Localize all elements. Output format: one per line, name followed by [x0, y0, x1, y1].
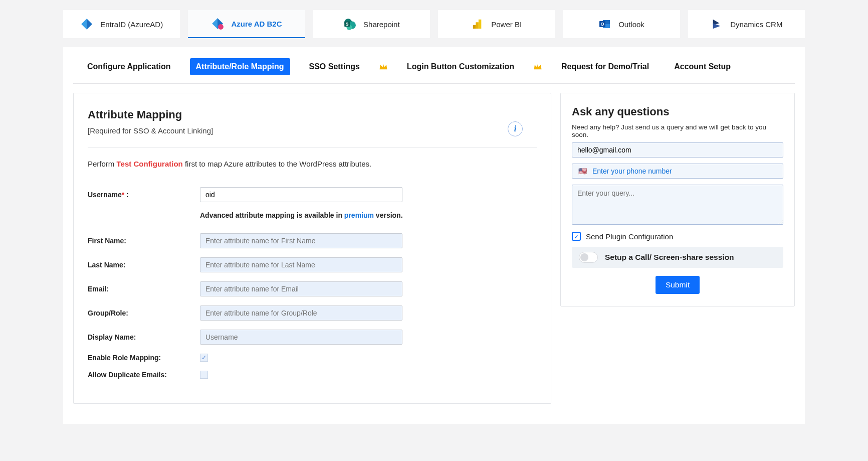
- label-lastname: Last Name:: [88, 261, 200, 269]
- nav-mapping[interactable]: Attribute/Role Mapping: [190, 58, 290, 75]
- send-config-checkbox[interactable]: ✓: [572, 232, 581, 241]
- svg-rect-10: [479, 20, 482, 29]
- firstname-input: [200, 233, 402, 248]
- call-toggle-label: Setup a Call/ Screen-share session: [605, 253, 734, 262]
- test-configuration-link[interactable]: Test Configuration: [117, 160, 183, 168]
- svg-point-4: [219, 24, 224, 30]
- svg-marker-1: [87, 19, 92, 30]
- premium-link[interactable]: premium: [344, 211, 374, 219]
- azure-b2c-icon: [211, 17, 224, 30]
- tab-label: Dynamics CRM: [730, 20, 782, 29]
- nav-login-button[interactable]: Login Button Customization: [401, 58, 520, 75]
- nav-sso[interactable]: SSO Settings: [303, 58, 366, 75]
- email-input: [200, 281, 402, 296]
- questions-title: Ask any questions: [572, 105, 783, 118]
- displayname-input: [200, 330, 402, 345]
- grouprole-input: [200, 305, 402, 321]
- label-username: Username* :: [88, 191, 200, 199]
- svg-rect-12: [473, 25, 476, 29]
- username-input[interactable]: [200, 187, 402, 202]
- tab-label: Sharepoint: [363, 20, 400, 29]
- label-allow-dup: Allow Duplicate Emails:: [88, 371, 200, 379]
- crown-icon: [379, 63, 388, 71]
- svg-marker-18: [713, 23, 721, 29]
- flag-icon[interactable]: 🇺🇸: [572, 167, 592, 175]
- premium-note: Advanced attribute mapping is available …: [200, 211, 537, 219]
- lastname-input: [200, 257, 402, 272]
- sub-nav: Configure Application Attribute/Role Map…: [73, 47, 795, 84]
- query-textarea[interactable]: [572, 185, 783, 225]
- intro-text: Perform Test Configuration first to map …: [88, 160, 537, 168]
- main-panel: Configure Application Attribute/Role Map…: [63, 47, 805, 424]
- questions-subtitle: Need any help? Just send us a query and …: [572, 123, 783, 138]
- section-title: Attribute Mapping: [88, 108, 537, 121]
- svg-text:S: S: [346, 22, 349, 27]
- svg-marker-19: [379, 64, 387, 70]
- phone-placeholder: Enter your phone number: [592, 167, 783, 175]
- label-email: Email:: [88, 285, 200, 293]
- label-displayname: Display Name:: [88, 333, 200, 341]
- tab-outlook[interactable]: O Outlook: [563, 10, 680, 38]
- section-subtitle: [Required for SSO & Account Linking]: [88, 126, 537, 135]
- submit-button[interactable]: Submit: [656, 276, 700, 294]
- svg-text:O: O: [601, 22, 604, 27]
- tab-label: Outlook: [618, 20, 644, 29]
- tab-dynamics[interactable]: Dynamics CRM: [688, 10, 805, 38]
- call-toggle[interactable]: [579, 252, 598, 263]
- attribute-mapping-card: Attribute Mapping [Required for SSO & Ac…: [73, 93, 551, 404]
- powerbi-icon: [471, 18, 484, 31]
- provider-tabs: EntraID (AzureAD) Azure AD B2C S Sharepo…: [63, 10, 805, 38]
- label-firstname: First Name:: [88, 237, 200, 245]
- allow-dup-checkbox: [200, 371, 208, 379]
- nav-account[interactable]: Account Setup: [668, 58, 737, 75]
- questions-card: Ask any questions Need any help? Just se…: [560, 93, 795, 306]
- svg-marker-20: [534, 64, 542, 70]
- tab-sharepoint[interactable]: S Sharepoint: [313, 10, 430, 38]
- send-config-label: Send Plugin Configuration: [586, 232, 673, 241]
- tab-label: Power BI: [491, 20, 522, 29]
- contact-phone-input[interactable]: 🇺🇸 Enter your phone number: [572, 164, 783, 179]
- nav-demo[interactable]: Request for Demo/Trial: [555, 58, 655, 75]
- label-grouprole: Group/Role:: [88, 309, 200, 317]
- azure-diamond-icon: [80, 18, 93, 31]
- info-icon[interactable]: i: [508, 121, 523, 136]
- crown-icon: [533, 63, 542, 71]
- tab-label: Azure AD B2C: [231, 20, 282, 28]
- tab-powerbi[interactable]: Power BI: [438, 10, 555, 38]
- svg-rect-11: [476, 22, 479, 29]
- outlook-icon: O: [598, 18, 611, 31]
- tab-label: EntraID (AzureAD): [100, 20, 163, 29]
- label-enable-role: Enable Role Mapping:: [88, 354, 200, 362]
- tab-azure-b2c[interactable]: Azure AD B2C: [188, 10, 305, 38]
- dynamics-icon: [710, 18, 723, 31]
- nav-configure[interactable]: Configure Application: [81, 58, 177, 75]
- tab-entraid[interactable]: EntraID (AzureAD): [63, 10, 180, 38]
- enable-role-checkbox: [200, 354, 208, 362]
- contact-email-input[interactable]: [572, 142, 783, 158]
- sharepoint-icon: S: [343, 18, 356, 31]
